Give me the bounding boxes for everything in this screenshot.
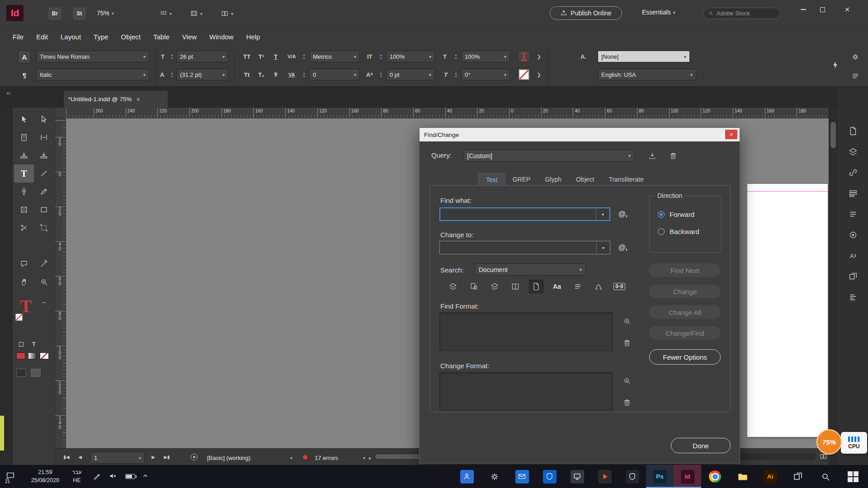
taskbar-security-shield[interactable] (618, 465, 646, 488)
case-sensitive-toggle[interactable]: Aa (550, 280, 564, 293)
taskbar-chrome[interactable] (701, 465, 729, 488)
menu-edit[interactable]: Edit (30, 26, 54, 48)
taskbar-photoshop[interactable]: Ps (646, 465, 674, 488)
language-select[interactable]: English: USA▾ (598, 69, 696, 80)
font-family-select[interactable]: Times New Roman▾ (36, 51, 149, 62)
type-tool[interactable]: T (14, 164, 34, 183)
apply-none-button[interactable] (40, 352, 49, 359)
subscript-button[interactable]: T₁ (255, 69, 268, 80)
panel-swatches[interactable] (848, 188, 858, 198)
screen-mode-button[interactable]: ▾ (190, 8, 203, 19)
tab-glyph[interactable]: Glyph (538, 173, 569, 186)
search-scope-select[interactable]: Document▾ (475, 263, 586, 276)
selection-tool[interactable] (14, 110, 34, 128)
publish-online-button[interactable]: Publish Online (550, 6, 622, 20)
radio-selected-icon[interactable] (658, 211, 665, 218)
taskbar-task-view[interactable] (784, 465, 811, 488)
arrange-documents-button[interactable]: ▾ (221, 8, 233, 19)
horizontal-scale-select[interactable]: 100%▾ (461, 51, 510, 62)
change-to-field[interactable]: ▾ (439, 241, 610, 254)
gap-tool[interactable] (34, 128, 54, 146)
zoom-tool[interactable] (34, 273, 54, 291)
panel-settings-button[interactable] (851, 52, 860, 61)
include-master-pages-toggle[interactable] (508, 280, 523, 293)
note-tool[interactable] (14, 255, 34, 273)
taskbar-mail[interactable] (508, 465, 536, 488)
bridge-button[interactable]: Br (49, 8, 61, 19)
vertical-ruler[interactable]: 20020406080100120140160 (55, 118, 66, 448)
formatting-affects-text-button[interactable]: T (29, 340, 39, 349)
rectangle-tool[interactable] (34, 201, 54, 219)
gradient-swatch-tool[interactable] (14, 237, 34, 255)
include-locked-stories-toggle[interactable] (467, 280, 481, 293)
preflight-profile-select[interactable]: [Basic] (working)▾ (203, 452, 296, 464)
tab-grep[interactable]: GREP (505, 173, 538, 186)
taskbar-search[interactable] (811, 465, 839, 488)
character-style-select[interactable]: [None]▾ (598, 51, 690, 62)
apply-color-button[interactable] (16, 352, 25, 359)
vertical-scrollbar[interactable] (829, 108, 837, 448)
menu-layout[interactable]: Layout (54, 26, 87, 48)
fewer-options-button[interactable]: Fewer Options (649, 349, 721, 365)
leading-select[interactable]: (31.2 pt)▾ (176, 69, 228, 80)
notification-center-icon[interactable]: 21 (5, 471, 17, 483)
rectangle-frame-tool[interactable] (14, 201, 34, 219)
direct-selection-tool[interactable] (34, 110, 54, 128)
panel-stroke[interactable] (848, 209, 858, 219)
first-page-button[interactable]: ▮◀ (61, 452, 71, 461)
panel-character-styles[interactable] (848, 251, 858, 261)
character-formatting-button[interactable]: A (18, 51, 31, 63)
battery-icon[interactable] (125, 474, 135, 479)
panel-menu-button[interactable] (851, 71, 860, 80)
superscript-button[interactable]: T¹ (255, 51, 268, 62)
dialog-title-bar[interactable]: Find/Change (420, 128, 740, 141)
change-button[interactable]: Change (649, 285, 721, 298)
direction-forward-option[interactable]: Forward (658, 211, 694, 218)
ruler-origin-corner[interactable] (55, 108, 66, 118)
content-placer-tool[interactable] (34, 146, 54, 164)
quick-apply-button[interactable] (831, 61, 840, 70)
character-color-button[interactable]: T (518, 51, 530, 62)
baseline-shift-select[interactable]: 0 pt▾ (386, 69, 435, 80)
find-what-input[interactable] (440, 208, 596, 220)
preview-screen-mode-button[interactable] (31, 369, 41, 377)
kana-sensitivity-toggle[interactable] (591, 280, 606, 293)
radio-unselected-icon[interactable] (658, 228, 665, 235)
skew-select[interactable]: 0°▾ (461, 69, 510, 80)
taskbar-defender[interactable] (536, 465, 563, 488)
page-number-select[interactable]: 1▾ (90, 452, 145, 464)
change-to-dropdown-icon[interactable]: ▾ (596, 241, 610, 254)
panel-links[interactable] (848, 168, 858, 178)
window-close-button[interactable]: × (838, 3, 857, 16)
taskbar-start[interactable] (839, 465, 867, 488)
menu-object[interactable]: Object (115, 26, 147, 48)
change-find-button[interactable]: Change/Find (649, 326, 721, 340)
swap-fill-stroke-icon[interactable]: ↔ (41, 298, 47, 305)
change-format-box[interactable] (439, 372, 613, 411)
character-stroke-color-button[interactable] (518, 69, 530, 80)
document-tab[interactable]: *Untitled-1.indd @ 75% × (63, 90, 168, 108)
kerning-stepper[interactable]: ▴▾ (301, 51, 307, 62)
stroke-color-indicator[interactable] (15, 314, 23, 321)
menu-help[interactable]: Help (240, 26, 266, 48)
hand-tool[interactable] (14, 273, 34, 291)
leading-stepper[interactable]: ▴▾ (169, 69, 175, 80)
font-style-select[interactable]: Italic▾ (36, 69, 149, 80)
formatting-affects-container-button[interactable] (16, 340, 26, 349)
panel-layers[interactable] (848, 147, 858, 157)
paragraph-formatting-button[interactable]: ¶ (18, 69, 31, 81)
width-sensitivity-toggle[interactable]: 0·0 (612, 280, 627, 293)
vertical-scale-stepper[interactable]: ▴▾ (378, 51, 384, 62)
menu-type[interactable]: Type (87, 26, 115, 48)
next-page-button[interactable]: ▶ (148, 452, 158, 461)
taskbar-illustrator[interactable]: Ai (756, 465, 784, 488)
done-button[interactable]: Done (671, 438, 731, 453)
panel-color[interactable] (848, 230, 858, 240)
scroll-left-icon[interactable]: ◂ (364, 453, 374, 462)
save-query-button[interactable] (646, 150, 659, 162)
find-what-field[interactable]: ▾ (439, 207, 610, 221)
query-select[interactable]: [Custom]▾ (463, 150, 635, 162)
taskbar-display-tool[interactable] (563, 465, 591, 488)
apply-gradient-button[interactable] (28, 352, 37, 359)
tracking-stepper[interactable]: ▴▾ (301, 69, 307, 80)
